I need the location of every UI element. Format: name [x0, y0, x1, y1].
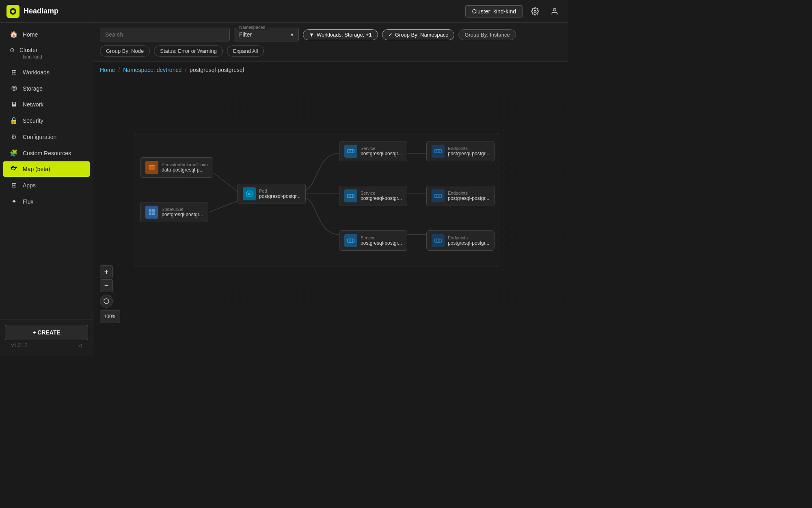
endpoints2-text: Endpoints postgresql-postgr... — [448, 191, 489, 201]
sidebar-label-security: Security — [23, 117, 43, 124]
filter-chip-label-workloads: Workloads, Storage, +1 — [317, 32, 372, 38]
statefulset-type: StatefulSet — [162, 207, 203, 212]
filter-chip-group-namespace[interactable]: ✓ Group By: Namespace — [382, 29, 455, 40]
map-node-pod[interactable]: Pod postgresql-postgr... — [238, 184, 306, 204]
cluster-subtext: kind-kind — [23, 54, 83, 60]
sidebar-item-apps[interactable]: ⊞ Apps — [3, 177, 90, 193]
endpoints1-icon — [432, 145, 445, 158]
sidebar-label-apps: Apps — [23, 182, 36, 189]
zoom-in-button[interactable]: + — [100, 265, 113, 278]
chip-expand-all[interactable]: Expand All — [227, 46, 264, 56]
map-node-endpoints1[interactable]: Endpoints postgresql-postgr... — [426, 141, 495, 161]
map-node-service1[interactable]: Service postgresql-postgr... — [339, 141, 407, 161]
security-icon: 🔒 — [10, 117, 18, 124]
sidebar-label-cluster: Cluster — [19, 47, 37, 53]
namespace-chevron-icon: ▾ — [291, 31, 294, 38]
chip-group-node[interactable]: Group By: Node — [100, 46, 150, 56]
sidebar-label-flux: Flux — [23, 198, 33, 205]
sidebar-label-workloads: Workloads — [23, 69, 50, 76]
filter-chip-workloads-storage[interactable]: ▼ Workloads, Storage, +1 — [303, 29, 378, 40]
sidebar-item-configuration[interactable]: ⚙ Configuration — [3, 129, 90, 145]
pvc-text: PersistentVolumeClaim data-postgresql-p.… — [162, 162, 208, 173]
create-button[interactable]: + CREATE — [5, 325, 88, 340]
sidebar-item-storage[interactable]: ⛃ Storage — [3, 80, 90, 96]
workloads-icon: ⊞ — [10, 68, 18, 76]
breadcrumb-sep1: / — [118, 67, 120, 73]
filter-chip-group-instance[interactable]: Group By: Instance — [458, 29, 516, 40]
statefulset-text: StatefulSet postgresql-postgr... — [162, 207, 203, 217]
headlamp-logo — [6, 5, 19, 18]
service2-text: Service postgresql-postgr... — [361, 191, 402, 201]
map-node-endpoints3[interactable]: Endpoints postgresql-postgr... — [426, 230, 495, 251]
zoom-controls: + − 100% — [100, 265, 120, 323]
check-icon: ✓ — [388, 32, 393, 38]
namespace-label: Namespaces — [238, 25, 267, 30]
zoom-out-button[interactable]: − — [100, 279, 113, 292]
sidebar-item-flux[interactable]: ✦ Flux — [3, 193, 90, 209]
sidebar-label-configuration: Configuration — [23, 134, 56, 140]
sidebar-item-home[interactable]: 🏠 Home — [3, 26, 90, 42]
sidebar-item-workloads[interactable]: ⊞ Workloads — [3, 64, 90, 80]
endpoints1-type: Endpoints — [448, 146, 489, 151]
statefulset-name: postgresql-postgr... — [162, 212, 203, 217]
service1-icon — [344, 145, 357, 158]
endpoints3-icon — [432, 234, 445, 247]
user-button[interactable] — [547, 4, 562, 19]
map-node-service2[interactable]: Service postgresql-postgr... — [339, 186, 407, 206]
svg-rect-12 — [149, 209, 152, 212]
sidebar-item-custom-resources[interactable]: 🧩 Custom Resources — [3, 145, 90, 161]
cluster-selector-button[interactable]: Cluster: kind-kind — [465, 5, 523, 17]
breadcrumb-namespace[interactable]: Namespace: devtroncd — [123, 67, 181, 73]
service2-name: postgresql-postgr... — [361, 195, 402, 201]
network-icon: 🖥 — [10, 101, 18, 108]
map-node-endpoints2[interactable]: Endpoints postgresql-postgr... — [426, 186, 495, 206]
storage-icon: ⛃ — [10, 85, 18, 92]
endpoints3-name: postgresql-postgr... — [448, 240, 489, 246]
map-node-pvc[interactable]: PersistentVolumeClaim data-postgresql-p.… — [140, 157, 213, 178]
statefulset-icon — [145, 206, 158, 219]
filter-icon: ▼ — [309, 32, 314, 38]
sidebar-bottom: + CREATE v1.31.2 ◁ — [0, 319, 93, 356]
zoom-level: 100% — [100, 310, 120, 323]
flux-icon: ✦ — [10, 198, 18, 205]
endpoints1-name: postgresql-postgr... — [448, 151, 489, 156]
namespace-filter[interactable]: Namespaces Filter ▾ — [234, 28, 299, 41]
settings-button[interactable] — [528, 4, 542, 19]
search-input[interactable] — [100, 28, 230, 41]
service3-text: Service postgresql-postgr... — [361, 235, 402, 246]
toolbar-row2: Group By: Node Status: Error or Warning … — [100, 46, 562, 56]
svg-rect-13 — [152, 209, 155, 212]
service1-text: Service postgresql-postgr... — [361, 146, 402, 156]
chip-status-error-label: Status: Error or Warning — [160, 48, 217, 54]
apps-icon: ⊞ — [10, 181, 18, 189]
map-canvas[interactable]: PersistentVolumeClaim data-postgresql-p.… — [93, 78, 568, 356]
version-text: v1.31.2 — [11, 343, 27, 348]
service3-type: Service — [361, 235, 402, 240]
sidebar-label-home: Home — [23, 31, 38, 38]
filter-chip-label-group-namespace: Group By: Namespace — [395, 32, 449, 38]
cluster-name-row: ⊙ Cluster — [10, 47, 83, 53]
sidebar-item-network[interactable]: 🖥 Network — [3, 97, 90, 112]
toolbar: Namespaces Filter ▾ ▼ Workloads, Storage… — [93, 23, 568, 62]
sidebar-item-security[interactable]: 🔒 Security — [3, 113, 90, 128]
cluster-icon: ⊙ — [10, 47, 15, 53]
chip-group-node-label: Group By: Node — [106, 48, 144, 54]
chip-status-error[interactable]: Status: Error or Warning — [154, 46, 223, 56]
sidebar-label-map-beta: Map (beta) — [23, 166, 50, 172]
breadcrumb-home[interactable]: Home — [100, 67, 115, 73]
logo-area: Headlamp — [6, 5, 465, 18]
map-node-service3[interactable]: Service postgresql-postgr... — [339, 230, 407, 251]
sidebar-label-storage: Storage — [23, 85, 43, 92]
sidebar-item-cluster[interactable]: ⊙ Cluster kind-kind — [3, 43, 90, 64]
pod-text: Pod postgresql-postgr... — [259, 189, 300, 199]
sidebar-item-map-beta[interactable]: 🗺 Map (beta) — [3, 161, 90, 177]
breadcrumb-sep2: / — [185, 67, 186, 73]
chip-expand-all-label: Expand All — [233, 48, 258, 54]
collapse-icon[interactable]: ◁ — [78, 343, 82, 348]
reset-view-button[interactable] — [100, 295, 113, 308]
version-bar: v1.31.2 ◁ — [5, 340, 88, 351]
map-node-statefulset[interactable]: StatefulSet postgresql-postgr... — [140, 202, 208, 222]
service1-name: postgresql-postgr... — [361, 151, 402, 156]
sidebar-label-network: Network — [23, 101, 43, 108]
main-layout: 🏠 Home ⊙ Cluster kind-kind ⊞ Workloads ⛃… — [0, 23, 568, 356]
